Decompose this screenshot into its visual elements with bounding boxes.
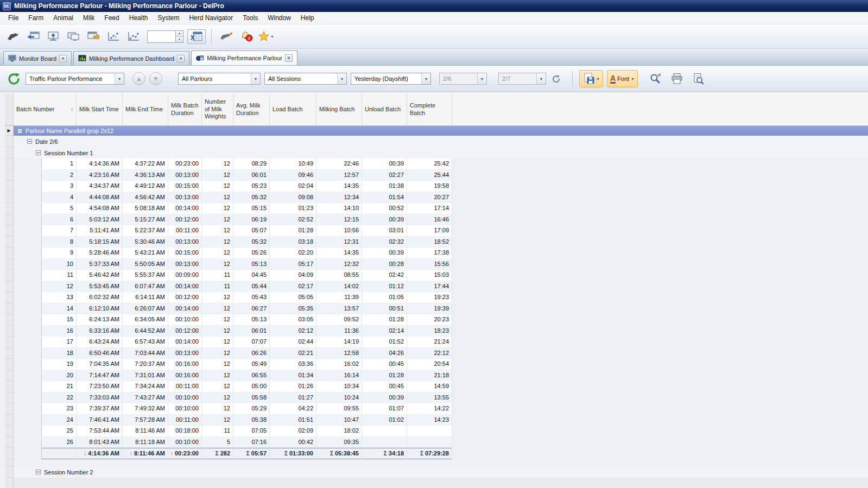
session-1-band[interactable]: Session Number 1 bbox=[14, 147, 868, 159]
open-report-button[interactable] bbox=[24, 27, 42, 46]
tab-milking-performance-parlour[interactable]: Milking Performance Parlour ✕ bbox=[191, 50, 297, 65]
table-report-button[interactable] bbox=[187, 29, 206, 44]
scatter-chart-button[interactable] bbox=[105, 27, 122, 46]
row-indicator-cell[interactable] bbox=[5, 459, 14, 466]
row-indicator-cell[interactable] bbox=[5, 237, 14, 248]
print-preview-button[interactable] bbox=[689, 69, 707, 88]
table-row[interactable]: 14:14:36 AM4:37:22 AM00:23:001208:2910:4… bbox=[5, 159, 868, 170]
table-row[interactable]: 85:18:15 AM5:30:46 AM00:13:001205:3203:1… bbox=[5, 237, 868, 248]
date-to-field[interactable]: 2/7 ▼ bbox=[498, 73, 546, 85]
table-row[interactable]: 156:24:13 AM6:34:05 AM00:10:001205:1303:… bbox=[5, 314, 868, 326]
row-indicator-cell[interactable] bbox=[5, 270, 14, 281]
menu-animal[interactable]: Animal bbox=[48, 12, 78, 23]
record-count-spinner[interactable]: ▲ ▼ bbox=[147, 30, 183, 43]
refresh-button[interactable] bbox=[5, 71, 22, 87]
menu-system[interactable]: System bbox=[153, 12, 184, 23]
table-row[interactable]: 125:53:45 AM6:07:47 AM00:14:001105:4402:… bbox=[5, 281, 868, 293]
period-dropdown[interactable]: Yesterday (Dayshift) ▼ bbox=[351, 73, 431, 85]
tab-monitor-board[interactable]: Monitor Board ✕ bbox=[3, 51, 72, 65]
column-header-milk-start-time[interactable]: Milk Start Time bbox=[77, 93, 123, 125]
tab-close-icon[interactable]: ✕ bbox=[177, 55, 185, 62]
row-indicator-cell[interactable] bbox=[5, 303, 14, 315]
report-type-dropdown[interactable]: Traffic Parlour Performance ▼ bbox=[26, 73, 124, 85]
parlour-dropdown[interactable]: All Parlours ▼ bbox=[178, 73, 261, 85]
row-indicator-cell[interactable] bbox=[5, 136, 14, 147]
collapse-icon[interactable] bbox=[36, 150, 41, 155]
print-button[interactable] bbox=[668, 69, 686, 88]
table-row[interactable]: 166:33:16 AM6:44:52 AM00:12:001206:0102:… bbox=[5, 326, 868, 337]
row-indicator-cell[interactable] bbox=[5, 181, 14, 192]
menu-milk[interactable]: Milk bbox=[78, 12, 99, 23]
row-indicator-cell[interactable] bbox=[5, 437, 14, 448]
menu-tools[interactable]: Tools bbox=[238, 12, 263, 23]
spinner-up-icon[interactable]: ▲ bbox=[176, 31, 183, 37]
table-row[interactable]: 54:54:08 AM5:08:18 AM00:14:001205:1501:2… bbox=[5, 203, 868, 214]
row-indicator-cell[interactable] bbox=[5, 147, 14, 159]
alarm-button[interactable]: ! bbox=[237, 27, 255, 46]
row-indicator-cell[interactable] bbox=[5, 415, 14, 426]
row-indicator-cell[interactable] bbox=[5, 448, 14, 459]
tab-milking-performance-dashboard[interactable]: Milking Performance Dashboard ✕ bbox=[73, 51, 189, 65]
menu-window[interactable]: Window bbox=[263, 12, 296, 23]
collapse-icon[interactable] bbox=[27, 139, 32, 144]
menu-farm[interactable]: Farm bbox=[23, 12, 48, 23]
row-indicator-cell[interactable] bbox=[5, 170, 14, 181]
row-indicator-cell[interactable] bbox=[5, 370, 14, 382]
table-row[interactable]: 146:12:10 AM6:26:07 AM00:14:001206:2705:… bbox=[5, 303, 868, 315]
row-indicator-cell[interactable] bbox=[5, 292, 14, 303]
favorites-button[interactable] bbox=[257, 27, 275, 46]
column-header-avg-milk-duration[interactable]: Avg. Milk Duration bbox=[233, 93, 270, 125]
collapse-icon[interactable] bbox=[17, 129, 22, 134]
row-indicator-cell[interactable] bbox=[5, 214, 14, 226]
table-row[interactable]: 227:33:03 AM7:43:27 AM00:10:001205:5801:… bbox=[5, 392, 868, 404]
table-row[interactable]: 136:02:32 AM6:14:11 AM00:12:001205:4305:… bbox=[5, 292, 868, 303]
column-header-milking-batch[interactable]: Milking Batch bbox=[316, 93, 362, 125]
previous-button[interactable]: ▲ bbox=[132, 72, 145, 85]
row-indicator-cell[interactable] bbox=[5, 337, 14, 348]
table-row[interactable]: 115:46:42 AM5:55:37 AM00:09:001104:4504:… bbox=[5, 270, 868, 281]
group-row-session-1[interactable]: Session Number 1 bbox=[5, 147, 868, 159]
menu-feed[interactable]: Feed bbox=[99, 12, 124, 23]
menu-help[interactable]: Help bbox=[296, 12, 319, 23]
table-row[interactable]: 65:03:12 AM5:15:27 AM00:12:001206:1902:5… bbox=[5, 214, 868, 226]
date-from-field[interactable]: 2/6 ▼ bbox=[439, 73, 487, 85]
column-header-batch-number[interactable]: Batch Number↓ bbox=[14, 93, 77, 125]
menu-herd-navigator[interactable]: Herd Navigator bbox=[184, 12, 238, 23]
column-header-complete-batch[interactable]: Complete Batch bbox=[407, 93, 452, 125]
table-row[interactable]: 176:43:24 AM6:57:43 AM00:14:001207:0702:… bbox=[5, 337, 868, 348]
date-band[interactable]: Date 2/6 bbox=[14, 136, 868, 147]
row-indicator-cell[interactable] bbox=[5, 381, 14, 392]
session-2-band[interactable]: Session Number 2 bbox=[14, 466, 868, 478]
table-row[interactable]: 95:28:46 AM5:43:21 AM00:15:001205:2602:2… bbox=[5, 248, 868, 259]
row-indicator-cell[interactable] bbox=[5, 426, 14, 437]
table-row[interactable]: 268:01:43 AM8:11:18 AM00:10:00507:1600:4… bbox=[5, 437, 868, 448]
row-indicator-cell[interactable] bbox=[5, 348, 14, 359]
column-header-milk-end-time[interactable]: Milk End Time bbox=[123, 93, 168, 125]
export-window-button[interactable] bbox=[85, 27, 102, 46]
dual-monitor-button[interactable] bbox=[65, 27, 82, 46]
row-indicator-cell[interactable]: ▶ bbox=[5, 126, 14, 136]
table-row[interactable]: 34:34:37 AM4:49:12 AM00:15:001205:2302:0… bbox=[5, 181, 868, 192]
table-row[interactable]: 44:44:08 AM4:56:42 AM00:13:001205:3209:0… bbox=[5, 192, 868, 204]
collapse-icon[interactable] bbox=[36, 470, 41, 474]
table-row[interactable]: 24:23:16 AM4:36:13 AM00:13:001206:0109:4… bbox=[5, 170, 868, 181]
menu-file[interactable]: File bbox=[3, 12, 23, 23]
row-indicator-cell[interactable] bbox=[5, 466, 14, 478]
parlour-group-band[interactable]: Parlour Name Parallell grop 2x12 bbox=[14, 126, 868, 136]
table-row[interactable]: 217:23:50 AM7:34:24 AM00:11:001205:0001:… bbox=[5, 381, 868, 392]
row-indicator-cell[interactable] bbox=[5, 281, 14, 293]
font-button[interactable]: A Font ▼ bbox=[607, 70, 638, 87]
session-dropdown[interactable]: All Sessions ▼ bbox=[264, 73, 347, 85]
row-indicator-cell[interactable] bbox=[5, 259, 14, 270]
table-row[interactable]: 197:04:35 AM7:20:37 AM00:16:001205:4903:… bbox=[5, 359, 868, 370]
reload-dates-button[interactable] bbox=[550, 73, 562, 85]
group-row-date[interactable]: Date 2/6 bbox=[5, 136, 868, 147]
row-indicator-cell[interactable] bbox=[5, 159, 14, 170]
save-report-button[interactable]: ▼ bbox=[579, 70, 603, 87]
monitor-upload-button[interactable] bbox=[45, 27, 62, 46]
group-row-session-2[interactable]: Session Number 2 bbox=[5, 466, 868, 478]
customize-report-button[interactable] bbox=[647, 69, 664, 88]
column-header-unload-batch[interactable]: Unload Batch bbox=[362, 93, 407, 125]
row-indicator-cell[interactable] bbox=[5, 225, 14, 237]
group-row-parlour[interactable]: ▶Parlour Name Parallell grop 2x12 bbox=[5, 126, 868, 136]
